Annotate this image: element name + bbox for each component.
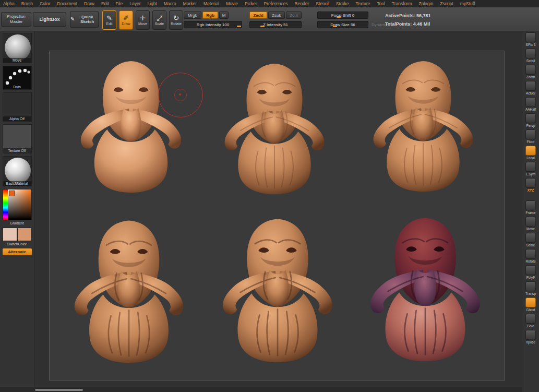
stroke-picker[interactable]: Dots xyxy=(3,66,32,90)
color-picker[interactable] xyxy=(3,189,32,220)
m-button[interactable]: M xyxy=(219,11,229,19)
right-shelf-button[interactable]: Transp xyxy=(525,281,536,295)
draw-size-slider[interactable]: Draw Size 56 xyxy=(317,21,368,28)
right-shelf-button[interactable]: Move xyxy=(525,217,536,231)
stroke-label: Dots xyxy=(3,85,31,89)
menu-item[interactable]: Alpha xyxy=(3,1,15,6)
floor-icon xyxy=(525,129,536,139)
right-shelf-button[interactable]: Xpose xyxy=(525,330,536,344)
zsub-button[interactable]: Zsub xyxy=(268,11,285,19)
mrgb-button[interactable]: Mrgb xyxy=(184,11,201,19)
alternate-button[interactable]: Alternate xyxy=(3,248,32,255)
menu-bar: AlphaBrushColorDocumentDrawEditFileLayer… xyxy=(0,0,539,7)
edit-mode-button[interactable]: ✎ Edit xyxy=(102,10,116,30)
slider-marker[interactable] xyxy=(337,16,341,18)
right-shelf-button[interactable]: Ghost xyxy=(525,298,536,312)
zadd-button[interactable]: Zadd xyxy=(249,11,267,19)
slider-marker[interactable] xyxy=(260,26,265,27)
menu-item[interactable]: Preferences xyxy=(264,1,288,6)
right-shelf-button[interactable]: Solo xyxy=(525,314,536,328)
scale-mode-button[interactable]: ⤢ Scale xyxy=(152,10,166,30)
right-shelf-button-label: Zoom xyxy=(526,75,535,79)
menu-item[interactable]: Material xyxy=(203,1,219,6)
xyz-icon xyxy=(525,178,536,188)
menu-item[interactable]: Marker xyxy=(183,1,197,6)
focal-shift-slider[interactable]: Focal Shift 0 xyxy=(317,11,368,19)
right-shelf-button[interactable]: Rotate xyxy=(525,249,536,263)
menu-item[interactable]: Render xyxy=(294,1,309,6)
right-shelf-button[interactable]: Zoom xyxy=(525,65,536,79)
menu-item[interactable]: Texture xyxy=(355,1,370,6)
projection-master-button[interactable]: Projection Master xyxy=(1,12,31,27)
alpha-picker[interactable]: Alpha Off xyxy=(3,92,32,122)
menu-item[interactable]: Picker xyxy=(245,1,257,6)
right-shelf-button[interactable]: PolyF xyxy=(525,265,536,279)
draw-icon: ✐ xyxy=(123,15,129,21)
hue-strip[interactable] xyxy=(3,189,8,220)
menu-item[interactable]: Light xyxy=(148,1,157,6)
right-shelf-button[interactable]: Frame xyxy=(525,200,536,215)
right-shelf-button[interactable]: SPix 3 xyxy=(525,32,536,46)
menu-item[interactable]: Edit xyxy=(101,1,109,6)
tentacle-center xyxy=(265,110,285,144)
menu-item[interactable]: Zplugin xyxy=(418,1,433,6)
material-sphere-icon xyxy=(5,158,31,184)
lightbox-button[interactable]: LightBox xyxy=(33,12,66,27)
menu-item[interactable]: Macro xyxy=(164,1,176,6)
document-area[interactable] xyxy=(49,51,505,381)
viewport-canvas[interactable] xyxy=(34,31,522,387)
right-shelf-button[interactable]: Actual xyxy=(525,81,536,95)
menu-item[interactable]: File xyxy=(116,1,123,6)
quick-sketch-button[interactable]: ✎ Quick Sketch xyxy=(70,11,99,28)
right-shelf-button[interactable]: Local xyxy=(525,146,536,160)
right-shelf-button[interactable]: Scale xyxy=(525,233,536,247)
main-color-swatch[interactable] xyxy=(3,228,17,241)
right-shelf: SPix 3 Scroll Zoom Actual AAHalf Persp F… xyxy=(522,31,539,392)
z-intensity-slider[interactable]: Z Intensity 51 xyxy=(249,21,302,28)
sculpt-head-6-painted[interactable] xyxy=(360,215,491,367)
menu-item[interactable]: Zscript xyxy=(440,1,453,6)
sculpt-head-2[interactable] xyxy=(212,61,337,199)
rgb-button[interactable]: Rgb xyxy=(202,11,218,19)
transp-icon xyxy=(525,281,536,291)
menu-item[interactable]: Stroke xyxy=(336,1,349,6)
secondary-color-swatch[interactable] xyxy=(17,228,32,241)
menu-item[interactable]: Transform xyxy=(392,1,412,6)
texture-picker[interactable]: Texture Off xyxy=(3,124,32,153)
total-points-readout: TotalPoints: 4.46 Mil xyxy=(385,21,430,27)
material-picker[interactable]: BasicMaterial xyxy=(3,156,32,186)
gradient-label[interactable]: Gradient xyxy=(10,221,24,225)
sculpt-head-5[interactable] xyxy=(209,216,346,368)
menu-item[interactable]: Brush xyxy=(21,1,33,6)
menu-item[interactable]: Layer xyxy=(129,1,140,6)
rgb-intensity-slider[interactable]: Rgb Intensity 100 xyxy=(184,21,242,28)
sculpt-head-3[interactable] xyxy=(361,58,486,197)
right-shelf-button[interactable]: XYZ xyxy=(525,178,536,192)
bottom-scroll-thumb[interactable] xyxy=(34,388,83,391)
right-shelf-button[interactable]: L.Sym xyxy=(525,162,536,176)
right-shelf-button[interactable]: Persp xyxy=(525,113,536,127)
tentacle-center xyxy=(413,108,434,141)
right-shelf-button[interactable]: Scroll xyxy=(525,49,536,63)
sculpt-head-4[interactable] xyxy=(61,217,197,369)
draw-mode-button[interactable]: ✐ Draw xyxy=(119,10,133,30)
right-shelf-button-label: Local xyxy=(526,156,535,160)
current-tool-preview[interactable]: Move xyxy=(3,33,32,63)
menu-item[interactable]: Document xyxy=(57,1,77,6)
switch-color-label[interactable]: SwitchColor xyxy=(7,242,27,246)
right-shelf-button[interactable]: Floor xyxy=(525,129,536,144)
right-shelf-button[interactable]: AAHalf xyxy=(525,97,536,111)
menu-item[interactable]: Color xyxy=(40,1,50,6)
menu-item[interactable]: Movie xyxy=(226,1,238,6)
menu-item[interactable]: myStuff xyxy=(460,1,475,6)
rotate-mode-button[interactable]: ↻ Rotate xyxy=(169,10,183,30)
slider-marker[interactable] xyxy=(237,26,241,27)
slider-marker[interactable] xyxy=(333,26,337,27)
z-intensity-label: Z Intensity 51 xyxy=(263,22,288,27)
menu-item[interactable]: Draw xyxy=(84,1,94,6)
zcut-button[interactable]: Zcut xyxy=(286,11,302,19)
menu-item[interactable]: Tool xyxy=(377,1,385,6)
menu-item[interactable]: Stencil xyxy=(316,1,329,6)
move-mode-button[interactable]: ✛ Move xyxy=(136,10,150,30)
right-shelf-button-label: PolyF xyxy=(526,276,535,279)
